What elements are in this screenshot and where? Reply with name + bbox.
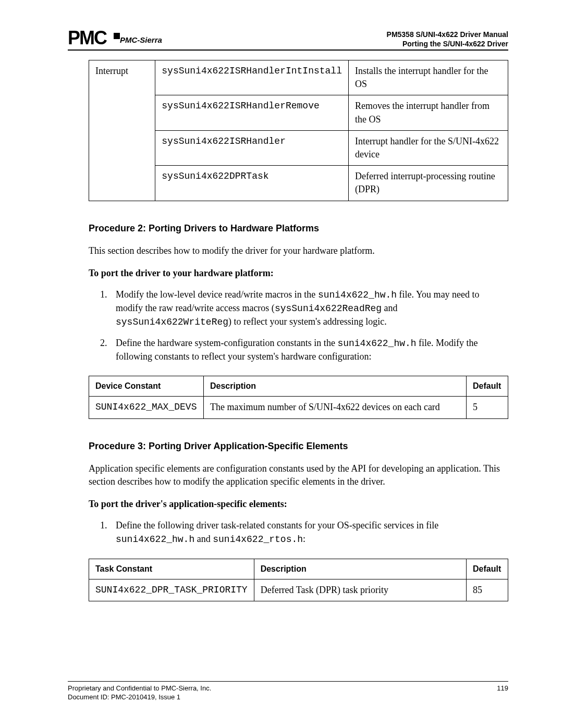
proc2-intro: This section describes how to modify the… [89,244,508,257]
const-default: 85 [467,579,508,601]
fn-desc: Installs the interrupt handler for the O… [348,60,508,95]
pmc-logo-icon: PMC [68,29,120,48]
section-title: Porting the S/UNI-4x622 Driver [387,39,508,48]
header-right: PM5358 S/UNI-4x622 Driver Manual Porting… [387,30,508,48]
page-footer: Proprietary and Confidential to PMC-Sier… [68,681,508,702]
proc2-steps: Modify the low-level device read/write m… [89,288,508,363]
document-id: Document ID: PMC-2010419, Issue 1 [68,693,211,702]
category-cell: Interrupt [89,60,155,201]
proc3-step1: Define the following driver task-related… [109,519,508,546]
const-default: 5 [467,397,508,418]
proc2-step2: Define the hardware system-configuration… [109,337,508,363]
const-desc: Deferred Task (DPR) task priority [254,579,466,601]
fn-name: sysSuni4x622DPRTask [155,166,349,201]
th-description: Description [254,559,466,579]
device-constants-table: Device Constant Description Default SUNI… [89,376,508,419]
svg-text:PMC: PMC [68,29,107,48]
th-task-constant: Task Constant [89,559,254,579]
const-name: SUNI4x622_DPR_TASK_PRIORITY [89,579,254,601]
fn-desc: Interrupt handler for the S/UNI-4x622 de… [348,130,508,165]
proc2-subheading: To port the driver to your hardware plat… [89,267,508,280]
procedure-3-heading: Procedure 3: Porting Driver Application-… [89,440,508,453]
footer-left: Proprietary and Confidential to PMC-Sier… [68,684,211,702]
task-constants-table: Task Constant Description Default SUNI4x… [89,559,508,602]
page-content: Interrupt sysSuni4x622ISRHandlerIntInsta… [89,60,508,601]
proc2-step1: Modify the low-level device read/write m… [109,288,508,329]
fn-name: sysSuni4x622ISRHandler [155,130,349,165]
th-default: Default [467,376,508,397]
svg-rect-1 [114,33,120,39]
proc3-intro: Application specific elements are config… [89,462,508,488]
manual-title: PM5358 S/UNI-4x622 Driver Manual [387,30,508,39]
proc3-steps: Define the following driver task-related… [89,519,508,546]
proc3-subheading: To port the driver's application-specifi… [89,498,508,511]
proprietary-text: Proprietary and Confidential to PMC-Sier… [68,684,211,693]
th-default: Default [467,559,508,579]
page-number: 119 [497,684,508,702]
const-desc: The maximum number of S/UNI-4x622 device… [204,397,467,418]
procedure-2-heading: Procedure 2: Porting Drivers to Hardware… [89,222,508,235]
fn-name: sysSuni4x622ISRHandlerRemove [155,95,349,130]
const-name: SUNI4x622_MAX_DEVS [89,397,204,418]
fn-desc: Removes the interrupt handler from the O… [348,95,508,130]
page-header: PMC PMC-Sierra PM5358 S/UNI-4x622 Driver… [68,29,508,51]
fn-desc: Deferred interrupt-processing routine (D… [348,166,508,201]
header-left: PMC PMC-Sierra [68,29,162,48]
th-device-constant: Device Constant [89,376,204,397]
pmc-logo: PMC [68,29,120,48]
fn-name: sysSuni4x622ISRHandlerIntInstall [155,60,349,95]
interrupt-functions-table: Interrupt sysSuni4x622ISRHandlerIntInsta… [89,60,508,201]
company-name: PMC-Sierra [120,34,162,45]
th-description: Description [204,376,467,397]
